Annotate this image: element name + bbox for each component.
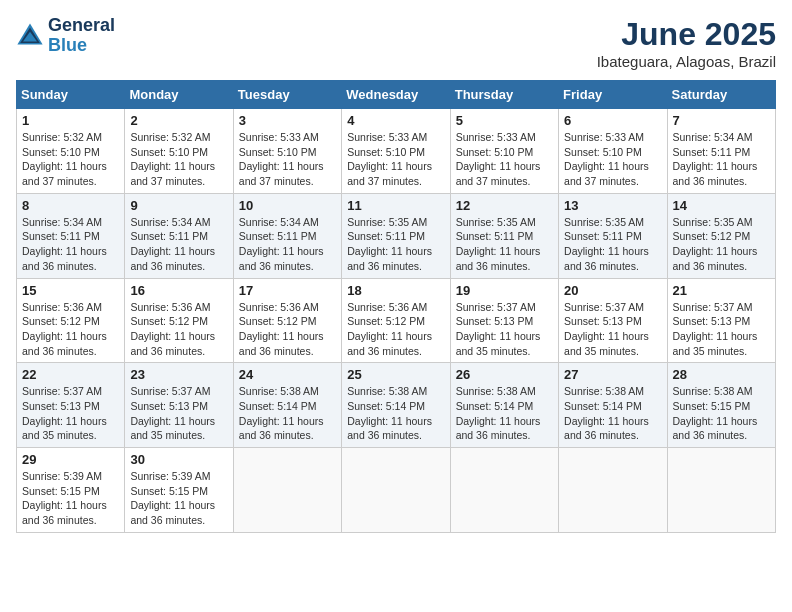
calendar-cell: 29Sunrise: 5:39 AMSunset: 5:15 PMDayligh…	[17, 448, 125, 533]
calendar-cell: 17Sunrise: 5:36 AMSunset: 5:12 PMDayligh…	[233, 278, 341, 363]
logo-line1: General	[48, 16, 115, 36]
calendar-header-row: SundayMondayTuesdayWednesdayThursdayFrid…	[17, 81, 776, 109]
calendar-cell: 14Sunrise: 5:35 AMSunset: 5:12 PMDayligh…	[667, 193, 775, 278]
calendar-header-cell: Friday	[559, 81, 667, 109]
calendar-cell: 9Sunrise: 5:34 AMSunset: 5:11 PMDaylight…	[125, 193, 233, 278]
day-info: Sunrise: 5:37 AMSunset: 5:13 PMDaylight:…	[22, 384, 119, 443]
day-info: Sunrise: 5:34 AMSunset: 5:11 PMDaylight:…	[239, 215, 336, 274]
calendar-cell: 4Sunrise: 5:33 AMSunset: 5:10 PMDaylight…	[342, 109, 450, 194]
day-info: Sunrise: 5:36 AMSunset: 5:12 PMDaylight:…	[239, 300, 336, 359]
title-area: June 2025 Ibateguara, Alagoas, Brazil	[597, 16, 776, 70]
day-info: Sunrise: 5:34 AMSunset: 5:11 PMDaylight:…	[22, 215, 119, 274]
day-number: 5	[456, 113, 553, 128]
day-number: 1	[22, 113, 119, 128]
day-number: 16	[130, 283, 227, 298]
day-number: 22	[22, 367, 119, 382]
calendar-cell: 5Sunrise: 5:33 AMSunset: 5:10 PMDaylight…	[450, 109, 558, 194]
day-info: Sunrise: 5:38 AMSunset: 5:14 PMDaylight:…	[239, 384, 336, 443]
day-number: 11	[347, 198, 444, 213]
calendar-header-cell: Wednesday	[342, 81, 450, 109]
calendar-cell: 30Sunrise: 5:39 AMSunset: 5:15 PMDayligh…	[125, 448, 233, 533]
day-number: 28	[673, 367, 770, 382]
day-number: 8	[22, 198, 119, 213]
day-number: 18	[347, 283, 444, 298]
day-info: Sunrise: 5:37 AMSunset: 5:13 PMDaylight:…	[456, 300, 553, 359]
calendar-cell: 13Sunrise: 5:35 AMSunset: 5:11 PMDayligh…	[559, 193, 667, 278]
calendar-cell: 21Sunrise: 5:37 AMSunset: 5:13 PMDayligh…	[667, 278, 775, 363]
day-number: 13	[564, 198, 661, 213]
calendar-cell: 15Sunrise: 5:36 AMSunset: 5:12 PMDayligh…	[17, 278, 125, 363]
calendar-cell: 23Sunrise: 5:37 AMSunset: 5:13 PMDayligh…	[125, 363, 233, 448]
calendar-cell: 22Sunrise: 5:37 AMSunset: 5:13 PMDayligh…	[17, 363, 125, 448]
calendar-cell: 6Sunrise: 5:33 AMSunset: 5:10 PMDaylight…	[559, 109, 667, 194]
subtitle: Ibateguara, Alagoas, Brazil	[597, 53, 776, 70]
day-number: 29	[22, 452, 119, 467]
calendar-cell: 28Sunrise: 5:38 AMSunset: 5:15 PMDayligh…	[667, 363, 775, 448]
day-number: 2	[130, 113, 227, 128]
header: General Blue June 2025 Ibateguara, Alago…	[16, 16, 776, 70]
day-number: 6	[564, 113, 661, 128]
day-number: 7	[673, 113, 770, 128]
calendar-cell: 24Sunrise: 5:38 AMSunset: 5:14 PMDayligh…	[233, 363, 341, 448]
day-info: Sunrise: 5:38 AMSunset: 5:14 PMDaylight:…	[564, 384, 661, 443]
day-number: 3	[239, 113, 336, 128]
day-number: 27	[564, 367, 661, 382]
day-info: Sunrise: 5:39 AMSunset: 5:15 PMDaylight:…	[22, 469, 119, 528]
calendar-cell: 25Sunrise: 5:38 AMSunset: 5:14 PMDayligh…	[342, 363, 450, 448]
calendar-cell: 26Sunrise: 5:38 AMSunset: 5:14 PMDayligh…	[450, 363, 558, 448]
day-info: Sunrise: 5:33 AMSunset: 5:10 PMDaylight:…	[239, 130, 336, 189]
day-info: Sunrise: 5:33 AMSunset: 5:10 PMDaylight:…	[347, 130, 444, 189]
day-info: Sunrise: 5:32 AMSunset: 5:10 PMDaylight:…	[130, 130, 227, 189]
day-number: 12	[456, 198, 553, 213]
calendar-cell: 2Sunrise: 5:32 AMSunset: 5:10 PMDaylight…	[125, 109, 233, 194]
logo-icon	[16, 22, 44, 50]
logo-line2: Blue	[48, 36, 115, 56]
calendar-body: 1Sunrise: 5:32 AMSunset: 5:10 PMDaylight…	[17, 109, 776, 533]
calendar-cell: 19Sunrise: 5:37 AMSunset: 5:13 PMDayligh…	[450, 278, 558, 363]
day-number: 14	[673, 198, 770, 213]
day-number: 25	[347, 367, 444, 382]
day-number: 4	[347, 113, 444, 128]
day-info: Sunrise: 5:33 AMSunset: 5:10 PMDaylight:…	[564, 130, 661, 189]
day-number: 10	[239, 198, 336, 213]
day-info: Sunrise: 5:36 AMSunset: 5:12 PMDaylight:…	[130, 300, 227, 359]
calendar-cell: 3Sunrise: 5:33 AMSunset: 5:10 PMDaylight…	[233, 109, 341, 194]
calendar: SundayMondayTuesdayWednesdayThursdayFrid…	[16, 80, 776, 533]
calendar-header-cell: Sunday	[17, 81, 125, 109]
calendar-week-row: 22Sunrise: 5:37 AMSunset: 5:13 PMDayligh…	[17, 363, 776, 448]
calendar-cell: 7Sunrise: 5:34 AMSunset: 5:11 PMDaylight…	[667, 109, 775, 194]
day-info: Sunrise: 5:36 AMSunset: 5:12 PMDaylight:…	[347, 300, 444, 359]
day-info: Sunrise: 5:38 AMSunset: 5:14 PMDaylight:…	[347, 384, 444, 443]
day-info: Sunrise: 5:38 AMSunset: 5:15 PMDaylight:…	[673, 384, 770, 443]
calendar-header-cell: Monday	[125, 81, 233, 109]
day-info: Sunrise: 5:35 AMSunset: 5:11 PMDaylight:…	[347, 215, 444, 274]
day-info: Sunrise: 5:34 AMSunset: 5:11 PMDaylight:…	[130, 215, 227, 274]
day-info: Sunrise: 5:33 AMSunset: 5:10 PMDaylight:…	[456, 130, 553, 189]
day-number: 20	[564, 283, 661, 298]
calendar-cell: 11Sunrise: 5:35 AMSunset: 5:11 PMDayligh…	[342, 193, 450, 278]
day-info: Sunrise: 5:32 AMSunset: 5:10 PMDaylight:…	[22, 130, 119, 189]
day-info: Sunrise: 5:39 AMSunset: 5:15 PMDaylight:…	[130, 469, 227, 528]
calendar-week-row: 8Sunrise: 5:34 AMSunset: 5:11 PMDaylight…	[17, 193, 776, 278]
day-info: Sunrise: 5:37 AMSunset: 5:13 PMDaylight:…	[673, 300, 770, 359]
logo: General Blue	[16, 16, 115, 56]
day-info: Sunrise: 5:37 AMSunset: 5:13 PMDaylight:…	[564, 300, 661, 359]
calendar-cell: 10Sunrise: 5:34 AMSunset: 5:11 PMDayligh…	[233, 193, 341, 278]
calendar-cell: 27Sunrise: 5:38 AMSunset: 5:14 PMDayligh…	[559, 363, 667, 448]
calendar-cell	[559, 448, 667, 533]
day-info: Sunrise: 5:37 AMSunset: 5:13 PMDaylight:…	[130, 384, 227, 443]
calendar-cell: 16Sunrise: 5:36 AMSunset: 5:12 PMDayligh…	[125, 278, 233, 363]
day-number: 26	[456, 367, 553, 382]
day-number: 23	[130, 367, 227, 382]
calendar-header: SundayMondayTuesdayWednesdayThursdayFrid…	[17, 81, 776, 109]
day-info: Sunrise: 5:35 AMSunset: 5:11 PMDaylight:…	[564, 215, 661, 274]
calendar-week-row: 1Sunrise: 5:32 AMSunset: 5:10 PMDaylight…	[17, 109, 776, 194]
day-number: 21	[673, 283, 770, 298]
day-number: 24	[239, 367, 336, 382]
calendar-cell: 12Sunrise: 5:35 AMSunset: 5:11 PMDayligh…	[450, 193, 558, 278]
day-info: Sunrise: 5:35 AMSunset: 5:11 PMDaylight:…	[456, 215, 553, 274]
day-info: Sunrise: 5:36 AMSunset: 5:12 PMDaylight:…	[22, 300, 119, 359]
calendar-cell: 1Sunrise: 5:32 AMSunset: 5:10 PMDaylight…	[17, 109, 125, 194]
calendar-cell: 20Sunrise: 5:37 AMSunset: 5:13 PMDayligh…	[559, 278, 667, 363]
calendar-cell	[450, 448, 558, 533]
